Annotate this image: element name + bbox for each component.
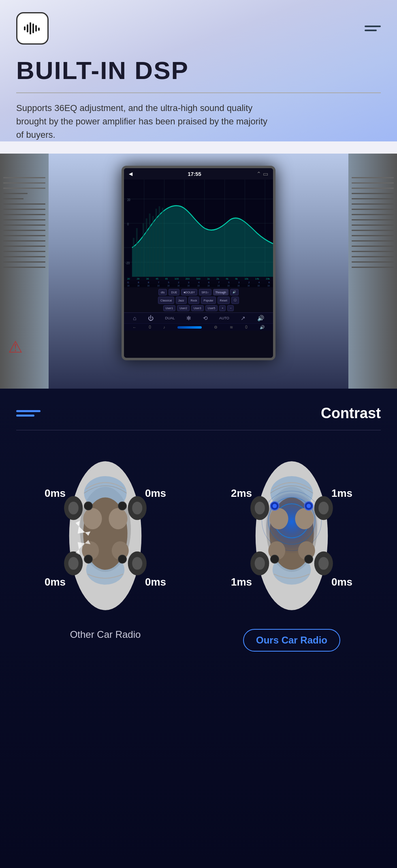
eq-band-numbers: 20 29 36 45 65 100 200 500 1k 2k 4k 6k 1…	[124, 277, 273, 281]
svg-point-35	[83, 508, 102, 530]
vol-up-nav-icon[interactable]: 🔊	[257, 315, 264, 321]
svg-text:-20: -20	[126, 261, 130, 265]
title-divider	[16, 92, 381, 93]
right-car-svg	[235, 451, 348, 621]
screen-topbar: ◀ 17:55 ⌃ ▭	[124, 168, 273, 180]
power-nav-icon[interactable]: ⏻	[148, 315, 154, 321]
fan-nav-icon[interactable]: ✻	[186, 315, 191, 321]
svg-point-46	[132, 557, 142, 570]
user1-button[interactable]: User1	[163, 305, 176, 311]
svg-point-44	[132, 502, 142, 515]
dual-nav-icon[interactable]: DUAL	[165, 316, 175, 320]
right-ms-bottom-left: 1ms	[231, 576, 252, 588]
screen-bottom-bar: ← 0 ♪ ⚙ ≋ 0 🔊	[124, 323, 273, 331]
left-car-svg	[49, 451, 162, 621]
svg-rect-25	[159, 206, 160, 277]
due-button[interactable]: DUE	[169, 289, 179, 295]
left-ms-top-right: 0ms	[145, 487, 166, 500]
right-car-top-view: 2ms 1ms 1ms 0ms	[235, 451, 348, 621]
svg-point-48	[118, 502, 127, 510]
svg-rect-4	[35, 25, 37, 32]
classical-button[interactable]: Classical	[158, 297, 174, 304]
svg-rect-21	[146, 218, 147, 277]
svg-rect-2	[30, 22, 31, 34]
car-screen: ◀ 17:55 ⌃ ▭	[122, 166, 275, 360]
svg-point-47	[84, 502, 93, 510]
left-ms-bottom-right: 0ms	[145, 576, 166, 588]
auto-nav-icon[interactable]: AUTO	[219, 316, 229, 320]
back-nav-icon[interactable]: ←	[132, 325, 137, 329]
top-bar	[16, 12, 381, 45]
audio-waveform-icon	[22, 20, 43, 36]
left-ms-top-left: 0ms	[45, 487, 66, 500]
svg-rect-22	[149, 214, 151, 277]
left-ms-bottom-left: 0ms	[45, 576, 66, 588]
dark-section: Contrast 0ms 0ms 0ms 0ms	[0, 389, 397, 868]
contrast-divider	[16, 430, 381, 430]
chevron-up-icon[interactable]: ⌃ ▭	[256, 171, 268, 177]
user2-button[interactable]: User2	[177, 305, 190, 311]
svg-rect-24	[156, 209, 157, 277]
contrast-line-2	[16, 415, 34, 417]
svg-point-45	[68, 557, 79, 570]
note-icon[interactable]: ♪	[163, 325, 165, 329]
ac-nav-icon[interactable]: ⟲	[203, 315, 208, 321]
through-button[interactable]: Through	[213, 289, 228, 295]
svg-point-68	[255, 502, 265, 515]
popular-button[interactable]: Popular	[201, 297, 216, 304]
dts-button[interactable]: dts	[158, 289, 167, 295]
back-icon[interactable]: ◀	[129, 171, 132, 177]
svg-point-43	[68, 502, 79, 515]
right-ms-top-right: 1ms	[331, 487, 352, 500]
contrast-title: Contrast	[321, 405, 381, 422]
temp-icon: ≋	[230, 325, 233, 329]
svg-rect-18	[136, 228, 138, 277]
ours-car-radio-button[interactable]: Ours Car Radio	[243, 629, 340, 652]
progress-bar[interactable]	[177, 326, 202, 329]
right-ms-bottom-right: 0ms	[331, 576, 352, 588]
minus-button[interactable]: −	[227, 305, 234, 311]
hamburger-menu[interactable]	[365, 26, 381, 31]
user5-button[interactable]: User5	[205, 305, 218, 311]
svg-rect-5	[38, 28, 40, 31]
dash-left: ⚠	[0, 154, 49, 389]
vol-icon[interactable]: 🔊	[260, 325, 265, 329]
svg-point-71	[318, 557, 329, 570]
svg-point-61	[295, 508, 314, 530]
srs-button[interactable]: SRS○	[199, 289, 211, 295]
svg-text:0: 0	[127, 222, 129, 226]
svg-rect-0	[24, 26, 26, 30]
svg-rect-3	[32, 24, 34, 33]
dsp-row-3: User1 User2 User3 User5 + −	[124, 305, 273, 311]
description-text: Supports 36EQ adjustment, and the ultra-…	[16, 101, 267, 141]
reset-button[interactable]: Reset	[218, 297, 230, 304]
eq-display: 20 0 -20	[124, 180, 273, 277]
jazz-button[interactable]: Jazz	[176, 297, 186, 304]
right-ms-top-left: 2ms	[231, 487, 252, 500]
svg-point-36	[109, 508, 127, 530]
home-nav-icon[interactable]: ⌂	[133, 315, 136, 321]
svg-point-77	[305, 555, 313, 563]
dsp-row-1: dts DUE ■DOLBY SRS○ Through 🔊	[124, 289, 273, 295]
user3-button[interactable]: User3	[191, 305, 204, 311]
contrast-header: Contrast	[16, 405, 381, 422]
dolby-button[interactable]: ■DOLBY	[181, 289, 197, 295]
rock-button[interactable]: Rock	[188, 297, 200, 304]
dsp-row-2: Classical Jazz Rock Popular Reset ⓘ	[124, 297, 273, 304]
svg-point-73	[273, 504, 277, 508]
svg-point-50	[118, 555, 127, 563]
left-car-comparison: 0ms 0ms 0ms 0ms	[16, 451, 194, 652]
svg-point-70	[255, 557, 265, 570]
info-button[interactable]: ⓘ	[231, 297, 239, 304]
svg-rect-26	[162, 208, 163, 277]
svg-text:20: 20	[127, 198, 130, 202]
svg-point-49	[84, 555, 93, 563]
plus-button[interactable]: +	[219, 305, 226, 311]
volume-button[interactable]: 🔊	[230, 289, 239, 295]
svg-rect-19	[139, 243, 141, 277]
fan-icon[interactable]: ⚙	[214, 325, 218, 329]
left-car-label: Other Car Radio	[70, 629, 141, 640]
contrast-line-1	[16, 410, 41, 412]
eq-graph-svg: 20 0 -20	[124, 180, 273, 277]
direction-nav-icon[interactable]: ↗	[241, 315, 245, 321]
